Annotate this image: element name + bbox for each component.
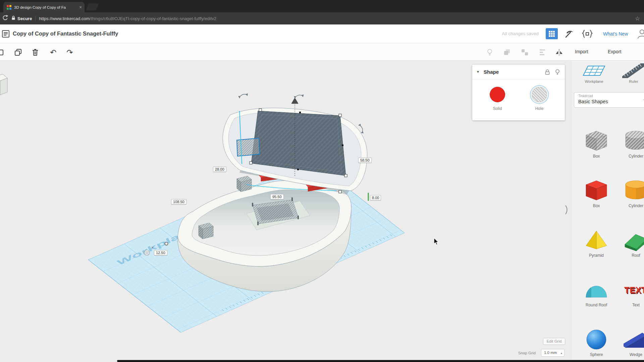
pyramid-icon: [584, 229, 609, 251]
shape-tile-roof[interactable]: Roof: [616, 226, 644, 275]
dim-8[interactable]: 8.00: [370, 195, 381, 200]
tinkercad-favicon-icon: [7, 5, 11, 10]
group-icon[interactable]: [503, 48, 512, 57]
hole-option[interactable]: [532, 87, 547, 102]
orange-cylinder-icon: [624, 179, 644, 201]
shape-tile-hole-cylinder[interactable]: Cylinder: [616, 126, 644, 176]
browser-tab-bar: 3D design Copy of Copy of Fa ×: [0, 0, 644, 12]
shape-panel-header: ▾ Shape: [472, 65, 565, 79]
ruler-tool[interactable]: Ruler: [616, 63, 644, 83]
shape-tile-sphere[interactable]: Sphere: [577, 325, 616, 362]
account-avatar-icon[interactable]: [637, 28, 644, 41]
design-title[interactable]: Copy of Copy of Fantastic Snaget-Fulffy: [13, 31, 118, 37]
pickaxe-icon[interactable]: [564, 29, 574, 40]
viewport: Workplane: [0, 61, 644, 362]
sphere-icon: [584, 328, 609, 350]
app-header: Copy of Copy of Fantastic Snaget-Fulffy …: [0, 24, 644, 43]
ruler-icon: [622, 63, 644, 78]
axis-cross-icon: ×: [151, 245, 153, 249]
tab-close-icon[interactable]: ×: [79, 5, 82, 9]
hole-box-icon: [584, 130, 609, 152]
snap-grid-select[interactable]: 1.0 mm ▴: [541, 349, 565, 357]
omnibox-url[interactable]: https://www.tinkercad.com/things/c6u8IOJ…: [39, 16, 216, 21]
shape-tile-hole-box[interactable]: Box: [577, 126, 616, 176]
raise-cone-handle[interactable]: [291, 98, 298, 104]
hole-box-hinge[interactable]: [237, 176, 252, 192]
hole-box-left[interactable]: [199, 223, 213, 239]
secure-label: Secure: [17, 16, 32, 21]
text-shape-icon: TEXT TEXT: [624, 279, 644, 301]
lock-shape-icon[interactable]: [545, 69, 550, 76]
browser-url-bar: Secure https://www.tinkercad.com/things/…: [0, 12, 644, 24]
sidebar-collapse-handle[interactable]: [564, 204, 570, 216]
ungroup-icon[interactable]: [520, 48, 529, 57]
dim-58[interactable]: 58.50: [358, 158, 372, 163]
save-status: All changes saved: [502, 31, 539, 36]
shape-inspector-panel: ▾ Shape Solid Hole: [472, 65, 565, 120]
dim-108[interactable]: 108.50: [171, 199, 186, 204]
shape-tile-cylinder[interactable]: Cylinder: [616, 176, 644, 226]
solid-label: Solid: [490, 106, 505, 111]
category-brand: Tinkercad: [578, 94, 593, 98]
ruler-tool-label: Ruler: [629, 79, 638, 83]
redo-icon[interactable]: ↷: [65, 48, 74, 57]
dim-95[interactable]: 95.50: [270, 194, 284, 199]
shape-library-grid: Box Cylinder: [577, 126, 644, 362]
browser-tab[interactable]: 3D design Copy of Copy of Fa ×: [3, 2, 85, 12]
red-box-icon: [584, 179, 609, 201]
edit-toolbar: ↶ ↷ Import Export: [0, 43, 644, 61]
clipped-edge-icon[interactable]: [0, 48, 5, 57]
shape-category-dropdown[interactable]: Tinkercad Basic Shapes ▾: [574, 92, 644, 108]
solid-option[interactable]: [490, 87, 505, 102]
origin-widget-icon[interactable]: [144, 250, 150, 255]
mouse-cursor: [434, 238, 438, 245]
new-tab-button[interactable]: [86, 4, 99, 10]
shape-panel-title: Shape: [484, 69, 499, 75]
edit-grid-button[interactable]: Edit Grid: [543, 338, 565, 345]
bookmark-star-icon[interactable]: ☆: [635, 15, 640, 22]
show-all-bulb-icon[interactable]: [485, 48, 494, 57]
shape-tile-wedge[interactable]: Wedge: [616, 325, 644, 362]
offscreen-box[interactable]: [0, 74, 7, 95]
chevron-down-icon[interactable]: ▾: [477, 69, 479, 74]
dim-28[interactable]: 28.00: [213, 167, 226, 172]
shape-tile-pyramid[interactable]: Pyramid: [577, 226, 616, 275]
export-button[interactable]: Export: [605, 48, 624, 55]
category-name: Basic Shapes: [578, 99, 608, 104]
horizontal-scrollbar[interactable]: [117, 360, 644, 362]
selected-hole-box[interactable]: [237, 138, 260, 156]
rotate-arrow-icon[interactable]: [294, 95, 304, 99]
snap-grid-label: Snap Grid: [518, 351, 536, 355]
hole-label: Hole: [532, 106, 547, 111]
mirror-flip-icon[interactable]: [555, 48, 564, 57]
corner-round-handle[interactable]: [165, 242, 168, 245]
reload-icon[interactable]: [1, 14, 9, 23]
hide-bulb-icon[interactable]: [555, 69, 560, 76]
wedge-icon: [624, 328, 644, 350]
hole-cylinder-icon: [624, 130, 644, 152]
workplane-tool[interactable]: Workplane: [577, 63, 611, 83]
shapes-sidebar: Workplane Ruler Tinkercad Basic Shapes ▾: [571, 61, 644, 362]
url-separator: [35, 16, 36, 21]
tinkercad-editor-screenshot: { "browser": { "tab_title": "3D design C…: [0, 0, 644, 362]
whats-new-link[interactable]: What's New: [603, 31, 628, 37]
roof-icon: [624, 229, 644, 251]
tab-title: 3D design Copy of Copy of Fa: [14, 5, 77, 9]
shape-tile-round-roof[interactable]: Round Roof: [577, 275, 616, 325]
lock-icon: [11, 15, 15, 21]
caret-up-icon: ▴: [560, 350, 562, 357]
shape-tile-text[interactable]: TEXT TEXT Text: [616, 275, 644, 325]
undo-icon[interactable]: ↶: [49, 48, 58, 57]
menu-icon[interactable]: [1, 29, 10, 40]
align-icon[interactable]: [538, 48, 547, 57]
duplicate-icon[interactable]: [14, 48, 22, 57]
shape-tile-box[interactable]: Box: [577, 176, 616, 226]
dim-12[interactable]: 12.50: [154, 250, 167, 255]
svg-text:TEXT: TEXT: [624, 285, 644, 295]
import-button[interactable]: Import: [572, 48, 591, 55]
delete-trash-icon[interactable]: [31, 48, 40, 57]
rotate-arrow-icon[interactable]: [238, 93, 249, 99]
dashboard-grid-button[interactable]: [546, 28, 558, 39]
workplane-icon: [583, 63, 605, 78]
codeblocks-icon[interactable]: [581, 29, 593, 40]
